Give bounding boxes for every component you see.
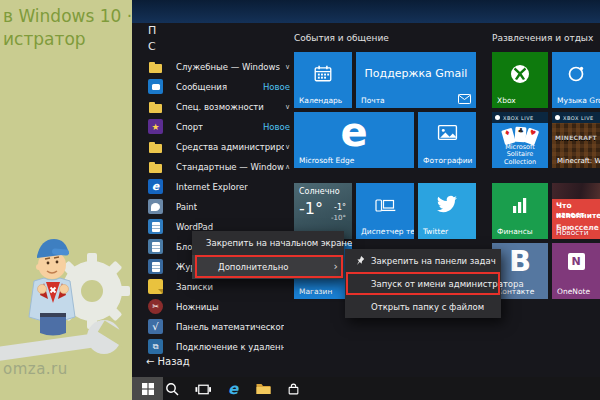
- finance-chart-icon: [492, 195, 548, 214]
- menu-item-pin-to-start[interactable]: Закрепить на начальном экране: [192, 231, 344, 255]
- chevron-down-icon: ∨: [285, 63, 290, 71]
- weather-condition: Солнечно: [299, 187, 340, 196]
- menu-item-pin-to-taskbar[interactable]: Закрепить на панели задач: [345, 249, 501, 272]
- paint-icon: [148, 199, 163, 214]
- app-item-windows-system[interactable]: Служебные — Windows ∨: [146, 57, 296, 77]
- tile-calendar[interactable]: Календарь: [294, 52, 352, 108]
- tile-label: OneNote: [557, 287, 590, 296]
- tile-label: Магазин: [299, 287, 332, 296]
- math-input-icon: √: [148, 319, 163, 334]
- tile-label: Фотографии: [423, 156, 472, 165]
- groove-icon: [552, 64, 600, 84]
- tile-phone-companion[interactable]: Диспетчер те...: [356, 183, 414, 239]
- back-label: Назад: [158, 356, 190, 367]
- snipping-tool-icon: ✂: [148, 299, 163, 314]
- remote-desktop-icon: ⧉: [148, 339, 163, 354]
- task-view-icon: [195, 382, 211, 396]
- folder-icon: [148, 139, 163, 154]
- new-badge: Новое: [263, 122, 290, 132]
- app-item-snipping-tool[interactable]: ✂ Ножницы: [146, 297, 296, 317]
- xbox-mini-icon: [495, 115, 500, 120]
- chevron-up-icon: ∧: [285, 163, 290, 171]
- sticky-notes-icon: [148, 279, 163, 294]
- app-label: Internet Explorer: [176, 182, 248, 192]
- new-badge: Новое: [263, 82, 290, 92]
- app-label: Спец. возможности: [176, 102, 264, 112]
- app-item-sticky-notes[interactable]: Записки: [146, 277, 296, 297]
- calendar-icon: [294, 64, 352, 83]
- tile-onenote[interactable]: N OneNote: [552, 243, 600, 299]
- taskbar-task-view-button[interactable]: [190, 377, 216, 400]
- weather-low: -10°: [331, 214, 346, 222]
- xbox-live-banner: XBOX LIVE: [492, 112, 548, 123]
- app-item-ease-of-access[interactable]: Спец. возможности ∨: [146, 97, 296, 117]
- article-title: в Windows 10 · истратор: [3, 5, 132, 51]
- tile-microsoft-edge[interactable]: e Microsoft Edge: [294, 112, 414, 168]
- app-label: Панель математического ввода: [176, 322, 284, 332]
- taskbar-edge-button[interactable]: e: [220, 377, 246, 400]
- tile-finance[interactable]: Финансы: [492, 183, 548, 239]
- menu-item-label: Открыть папку с файлом: [371, 302, 484, 312]
- tile-label: Финансы: [497, 227, 533, 236]
- app-item-sport[interactable]: ★ Спорт Новое: [146, 117, 296, 137]
- letter-heading[interactable]: С: [148, 40, 156, 53]
- app-item-messaging[interactable]: Сообщения Новое: [146, 77, 296, 97]
- folder-icon: [148, 99, 163, 114]
- letter-heading[interactable]: П: [148, 24, 156, 37]
- news-photo: [552, 183, 600, 199]
- article-title-line1: в Windows 10 ·: [3, 5, 132, 28]
- taskbar-store-button[interactable]: [280, 377, 306, 400]
- taskbar-file-explorer-button[interactable]: [250, 377, 276, 400]
- devices-icon: [356, 197, 414, 213]
- tile-label: Twitter: [423, 227, 448, 236]
- app-label: Спорт: [176, 122, 203, 132]
- menu-item-label: Дополнительно: [218, 262, 289, 272]
- app-label: Записки: [176, 282, 213, 292]
- file-explorer-icon: [256, 383, 271, 395]
- menu-item-label: Закрепить на панели задач: [371, 256, 496, 266]
- tile-solitaire[interactable]: XBOX LIVE ♦ ♣ ♥ Microsoft Solitaire Coll…: [492, 112, 548, 168]
- messaging-icon: [148, 79, 163, 94]
- app-item-admin-tools[interactable]: Средства администрирован... ∨: [146, 137, 296, 157]
- xbox-logo-icon: [492, 64, 548, 84]
- app-label: Paint: [176, 202, 197, 212]
- app-item-windows-accessories[interactable]: Стандартные — Windows ∧: [146, 157, 296, 177]
- xbox-live-label: XBOX LIVE: [563, 115, 594, 121]
- app-label: Служебные — Windows: [176, 62, 280, 72]
- tile-twitter[interactable]: Twitter: [418, 183, 476, 239]
- twitter-bird-icon: [418, 194, 476, 214]
- xbox-live-label: XBOX LIVE: [503, 115, 534, 121]
- watermark-text: omza.ru: [3, 360, 68, 378]
- tile-mail[interactable]: Поддержка Gmail Почта: [356, 52, 476, 108]
- app-item-paint[interactable]: Paint: [146, 197, 296, 217]
- pin-icon: [353, 255, 365, 267]
- chevron-down-icon: ∨: [285, 103, 290, 111]
- submenu-arrow-icon: ›: [334, 260, 338, 273]
- folder-icon: [148, 159, 163, 174]
- tile-minecraft[interactable]: XBOX LIVE MINECRAFT Minecraft: W: [552, 112, 600, 168]
- xbox-live-banner: XBOX LIVE: [552, 112, 600, 123]
- tile-news[interactable]: Что извест исполнител Брюсселе Новости: [552, 183, 600, 239]
- edge-icon: e: [228, 380, 238, 398]
- tile-xbox[interactable]: Xbox: [492, 52, 548, 108]
- app-label: Стандартные — Windows: [176, 162, 284, 172]
- tile-photos[interactable]: Фотографии: [418, 112, 476, 168]
- tile-group-header[interactable]: События и общение: [294, 33, 389, 43]
- app-item-internet-explorer[interactable]: e Internet Explorer: [146, 177, 296, 197]
- app-item-math-input[interactable]: √ Панель математического ввода: [146, 317, 296, 337]
- tile-label: Почта: [361, 96, 385, 105]
- chevron-down-icon: ∨: [285, 143, 290, 151]
- windows-logo-icon: [142, 383, 154, 395]
- back-button[interactable]: ← Назад: [146, 356, 190, 367]
- tile-groove-music[interactable]: Музыка Gro: [552, 52, 600, 108]
- xbox-mini-icon: [555, 115, 560, 120]
- menu-item-run-as-admin[interactable]: Запуск от имени администратора: [345, 272, 501, 295]
- app-item-remote-desktop[interactable]: ⧉ Подключение к удаленному р...: [146, 337, 296, 357]
- search-icon: [165, 382, 179, 396]
- taskbar-search-button[interactable]: [159, 377, 185, 400]
- tile-label: Minecraft: W: [557, 157, 600, 165]
- menu-item-label: Закрепить на начальном экране: [206, 238, 352, 248]
- tile-group-header[interactable]: Развлечения и отдых: [492, 33, 593, 43]
- menu-item-open-file-location[interactable]: Открыть папку с файлом: [345, 295, 501, 318]
- menu-item-more[interactable]: Дополнительно ›: [192, 255, 344, 279]
